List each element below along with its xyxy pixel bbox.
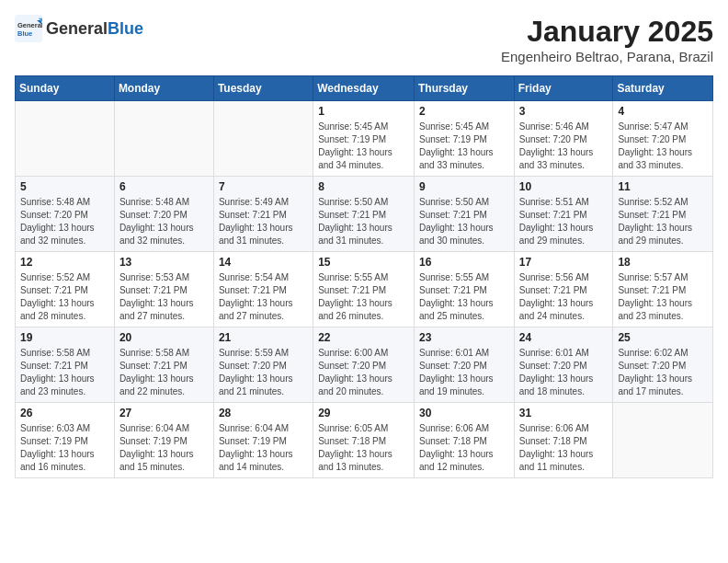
day-number: 28 — [219, 407, 308, 419]
calendar-location: Engenheiro Beltrao, Parana, Brazil — [501, 49, 713, 64]
day-info: Sunrise: 6:01 AM Sunset: 7:20 PM Dayligh… — [519, 347, 609, 398]
table-row: 7Sunrise: 5:49 AM Sunset: 7:21 PM Daylig… — [213, 177, 313, 252]
day-number: 16 — [419, 256, 509, 269]
day-info: Sunrise: 5:59 AM Sunset: 7:20 PM Dayligh… — [219, 347, 308, 398]
day-info: Sunrise: 5:46 AM Sunset: 7:20 PM Dayligh… — [519, 121, 609, 172]
day-number: 6 — [119, 180, 209, 193]
calendar-week-row: 1Sunrise: 5:45 AM Sunset: 7:19 PM Daylig… — [16, 101, 713, 177]
header-saturday: Saturday — [613, 76, 713, 101]
header-sunday: Sunday — [16, 76, 115, 101]
header-thursday: Thursday — [414, 76, 514, 101]
day-number: 14 — [219, 256, 308, 269]
table-row: 9Sunrise: 5:50 AM Sunset: 7:21 PM Daylig… — [414, 177, 514, 252]
day-info: Sunrise: 5:57 AM Sunset: 7:21 PM Dayligh… — [618, 271, 708, 323]
day-info: Sunrise: 5:52 AM Sunset: 7:21 PM Dayligh… — [618, 196, 708, 247]
day-info: Sunrise: 6:00 AM Sunset: 7:20 PM Dayligh… — [318, 347, 409, 398]
day-number: 7 — [219, 180, 308, 193]
day-info: Sunrise: 5:48 AM Sunset: 7:20 PM Dayligh… — [20, 196, 109, 247]
calendar-week-row: 12Sunrise: 5:52 AM Sunset: 7:21 PM Dayli… — [16, 252, 713, 327]
day-info: Sunrise: 6:04 AM Sunset: 7:19 PM Dayligh… — [219, 422, 308, 474]
day-number: 3 — [519, 105, 609, 118]
table-row: 2Sunrise: 5:45 AM Sunset: 7:19 PM Daylig… — [414, 101, 514, 177]
day-number: 13 — [119, 256, 209, 269]
day-number: 12 — [20, 256, 109, 269]
day-info: Sunrise: 5:53 AM Sunset: 7:21 PM Dayligh… — [119, 271, 209, 323]
table-row: 20Sunrise: 5:58 AM Sunset: 7:21 PM Dayli… — [114, 327, 213, 403]
table-row: 22Sunrise: 6:00 AM Sunset: 7:20 PM Dayli… — [313, 327, 415, 403]
table-row: 27Sunrise: 6:04 AM Sunset: 7:19 PM Dayli… — [114, 403, 213, 478]
day-number: 1 — [318, 105, 409, 118]
header-monday: Monday — [114, 76, 213, 101]
day-info: Sunrise: 5:54 AM Sunset: 7:21 PM Dayligh… — [219, 271, 308, 323]
day-number: 25 — [618, 331, 708, 344]
calendar-table: Sunday Monday Tuesday Wednesday Thursday… — [15, 75, 713, 478]
logo-blue: Blue — [108, 19, 143, 38]
day-number: 2 — [419, 105, 509, 118]
svg-text:Blue: Blue — [17, 29, 32, 38]
day-number: 15 — [318, 256, 409, 269]
table-row: 17Sunrise: 5:56 AM Sunset: 7:21 PM Dayli… — [514, 252, 613, 327]
day-info: Sunrise: 6:04 AM Sunset: 7:19 PM Dayligh… — [119, 422, 209, 474]
table-row: 6Sunrise: 5:48 AM Sunset: 7:20 PM Daylig… — [114, 177, 213, 252]
calendar-title: January 2025 — [501, 15, 713, 49]
day-number: 5 — [20, 180, 109, 193]
day-number: 9 — [419, 180, 509, 193]
day-info: Sunrise: 5:55 AM Sunset: 7:21 PM Dayligh… — [419, 271, 509, 323]
day-info: Sunrise: 5:51 AM Sunset: 7:21 PM Dayligh… — [519, 196, 609, 247]
table-row: 4Sunrise: 5:47 AM Sunset: 7:20 PM Daylig… — [613, 101, 713, 177]
page-header: General Blue GeneralBlue January 2025 En… — [15, 15, 713, 64]
day-info: Sunrise: 5:52 AM Sunset: 7:21 PM Dayligh… — [20, 271, 109, 323]
day-number: 23 — [419, 331, 509, 344]
table-row: 31Sunrise: 6:06 AM Sunset: 7:18 PM Dayli… — [514, 403, 613, 478]
header-wednesday: Wednesday — [313, 76, 415, 101]
table-row: 3Sunrise: 5:46 AM Sunset: 7:20 PM Daylig… — [514, 101, 613, 177]
table-row: 19Sunrise: 5:58 AM Sunset: 7:21 PM Dayli… — [16, 327, 115, 403]
table-row: 12Sunrise: 5:52 AM Sunset: 7:21 PM Dayli… — [16, 252, 115, 327]
table-row: 29Sunrise: 6:05 AM Sunset: 7:18 PM Dayli… — [313, 403, 415, 478]
day-info: Sunrise: 5:55 AM Sunset: 7:21 PM Dayligh… — [318, 271, 409, 323]
day-number: 11 — [618, 180, 708, 193]
day-number: 10 — [519, 180, 609, 193]
day-info: Sunrise: 5:45 AM Sunset: 7:19 PM Dayligh… — [318, 121, 409, 172]
table-row: 18Sunrise: 5:57 AM Sunset: 7:21 PM Dayli… — [613, 252, 713, 327]
table-row — [114, 101, 213, 177]
calendar-week-row: 5Sunrise: 5:48 AM Sunset: 7:20 PM Daylig… — [16, 177, 713, 252]
logo: General Blue GeneralBlue — [15, 15, 143, 42]
weekday-header-row: Sunday Monday Tuesday Wednesday Thursday… — [16, 76, 713, 101]
day-info: Sunrise: 5:48 AM Sunset: 7:20 PM Dayligh… — [119, 196, 209, 247]
table-row: 30Sunrise: 6:06 AM Sunset: 7:18 PM Dayli… — [414, 403, 514, 478]
svg-text:General: General — [17, 21, 42, 29]
day-info: Sunrise: 5:49 AM Sunset: 7:21 PM Dayligh… — [219, 196, 308, 247]
day-number: 27 — [119, 407, 209, 419]
table-row: 14Sunrise: 5:54 AM Sunset: 7:21 PM Dayli… — [213, 252, 313, 327]
day-number: 17 — [519, 256, 609, 269]
day-number: 24 — [519, 331, 609, 344]
table-row: 11Sunrise: 5:52 AM Sunset: 7:21 PM Dayli… — [613, 177, 713, 252]
table-row: 21Sunrise: 5:59 AM Sunset: 7:20 PM Dayli… — [213, 327, 313, 403]
table-row: 25Sunrise: 6:02 AM Sunset: 7:20 PM Dayli… — [613, 327, 713, 403]
title-block: January 2025 Engenheiro Beltrao, Parana,… — [501, 15, 713, 64]
table-row: 28Sunrise: 6:04 AM Sunset: 7:19 PM Dayli… — [213, 403, 313, 478]
day-number: 8 — [318, 180, 409, 193]
table-row: 24Sunrise: 6:01 AM Sunset: 7:20 PM Dayli… — [514, 327, 613, 403]
table-row: 15Sunrise: 5:55 AM Sunset: 7:21 PM Dayli… — [313, 252, 415, 327]
table-row: 1Sunrise: 5:45 AM Sunset: 7:19 PM Daylig… — [313, 101, 415, 177]
calendar-week-row: 26Sunrise: 6:03 AM Sunset: 7:19 PM Dayli… — [16, 403, 713, 478]
day-info: Sunrise: 5:50 AM Sunset: 7:21 PM Dayligh… — [318, 196, 409, 247]
day-number: 18 — [618, 256, 708, 269]
logo-text: GeneralBlue — [46, 19, 143, 39]
table-row: 23Sunrise: 6:01 AM Sunset: 7:20 PM Dayli… — [414, 327, 514, 403]
day-info: Sunrise: 6:06 AM Sunset: 7:18 PM Dayligh… — [419, 422, 509, 474]
table-row: 5Sunrise: 5:48 AM Sunset: 7:20 PM Daylig… — [16, 177, 115, 252]
day-number: 29 — [318, 407, 409, 419]
day-info: Sunrise: 6:06 AM Sunset: 7:18 PM Dayligh… — [519, 422, 609, 474]
table-row: 13Sunrise: 5:53 AM Sunset: 7:21 PM Dayli… — [114, 252, 213, 327]
day-info: Sunrise: 5:50 AM Sunset: 7:21 PM Dayligh… — [419, 196, 509, 247]
logo-icon: General Blue — [15, 15, 42, 42]
day-number: 21 — [219, 331, 308, 344]
table-row: 8Sunrise: 5:50 AM Sunset: 7:21 PM Daylig… — [313, 177, 415, 252]
header-tuesday: Tuesday — [213, 76, 313, 101]
day-info: Sunrise: 5:58 AM Sunset: 7:21 PM Dayligh… — [20, 347, 109, 398]
day-info: Sunrise: 5:45 AM Sunset: 7:19 PM Dayligh… — [419, 121, 509, 172]
day-info: Sunrise: 5:47 AM Sunset: 7:20 PM Dayligh… — [618, 121, 708, 172]
